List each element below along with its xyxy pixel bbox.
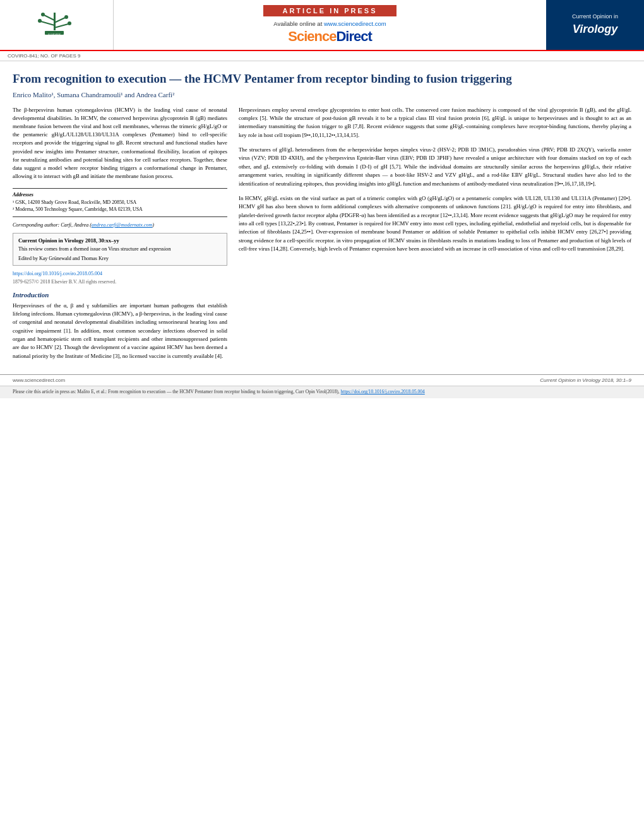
article-in-press-banner: ARTICLE IN PRESS <box>263 5 396 16</box>
info-box-review: This review comes from a themed issue on… <box>18 246 222 252</box>
page-header: ELSEVIER ARTICLE IN PRESS Available onli… <box>0 0 644 51</box>
page-footer: www.sciencedirect.com Current Opinion in… <box>0 374 644 386</box>
svg-point-5 <box>41 13 45 16</box>
right-column: Herpesviruses employ several envelope gl… <box>239 106 631 366</box>
available-online-text: Available online at www.sciencedirect.co… <box>273 20 386 27</box>
svg-point-7 <box>38 19 42 23</box>
intro-para1: Herpesviruses of the α, β and γ subfamil… <box>13 302 227 361</box>
header-center: ARTICLE IN PRESS Available online at www… <box>114 0 546 50</box>
intro-heading: Introduction <box>13 291 227 299</box>
doi-line[interactable]: https://doi.org/10.1016/j.coviro.2018.05… <box>13 271 227 276</box>
footer-journal-citation: Current Opinion in Virology 2018, 30:1–9 <box>540 377 631 383</box>
info-box: Current Opinion in Virology 2018, 30:xx–… <box>13 233 227 265</box>
corresponding-email-link[interactable]: andrea.carfi@modernatx.com <box>92 222 152 228</box>
address-2: ² Moderna, 500 Technology Square, Cambri… <box>13 206 227 213</box>
sciencedirect-logo: ScienceDirect <box>288 28 372 45</box>
svg-line-3 <box>41 21 54 25</box>
citation-doi-link[interactable]: https://doi.org/10.1016/j.coviro.2018.05… <box>341 389 425 394</box>
article-authors: Enrico Malito¹, Sumana Chandramouli¹ and… <box>13 91 631 98</box>
journal-logo-area: Current Opinion in Virology <box>546 0 644 50</box>
abstract-text: The β-herpesvirus human cytomegalovirus … <box>13 106 227 181</box>
main-content: From recognition to execution — the HCMV… <box>0 61 644 365</box>
right-para-3: In HCMV, gH/gL exists on the viral surfa… <box>239 194 631 254</box>
citation-bar: Please cite this article in press as: Ma… <box>0 386 644 398</box>
article-title: From recognition to execution — the HCMV… <box>13 68 631 87</box>
copyright-line: 1879-6257/© 2018 Elsevier B.V. All right… <box>13 279 227 285</box>
info-box-journal: Current Opinion in Virology 2018, 30:xx–… <box>18 237 222 244</box>
elsevier-logo: ELSEVIER <box>22 8 92 42</box>
corresponding-author: Corresponding author: Carfi, Andrea (and… <box>13 222 227 228</box>
svg-line-2 <box>54 18 65 23</box>
svg-point-8 <box>68 21 71 25</box>
left-column: The β-herpesvirus human cytomegalovirus … <box>13 106 227 366</box>
svg-line-1 <box>44 15 54 20</box>
address-1: ¹ GSK, 14200 Shady Grove Road, Rockville… <box>13 199 227 206</box>
journal-title: Virology <box>573 23 617 37</box>
elsevier-logo-area: ELSEVIER <box>0 0 114 50</box>
two-column-layout: The β-herpesvirus human cytomegalovirus … <box>13 106 631 366</box>
doi-link[interactable]: https://doi.org/10.1016/j.coviro.2018.05… <box>13 271 102 276</box>
svg-point-6 <box>64 15 68 19</box>
doc-id-line: COVIRO-841; NO. OF PAGES 9 <box>0 51 644 61</box>
journal-label: Current Opinion in <box>572 13 618 21</box>
sciencedirect-url[interactable]: www.sciencedirect.com <box>324 20 386 27</box>
addresses-box: Addresses ¹ GSK, 14200 Shady Grove Road,… <box>13 188 227 217</box>
addresses-title: Addresses <box>13 192 227 198</box>
right-para-1: Herpesviruses employ several envelope gl… <box>239 106 631 139</box>
editors-line: Edited by Kay Grünewald and Thomas Krey <box>18 256 222 261</box>
elsevier-tree-svg: ELSEVIER <box>22 8 92 42</box>
right-para-2: The structures of gH/gL heterodimers fro… <box>239 146 631 188</box>
citation-text: Please cite this article in press as: Ma… <box>13 389 340 394</box>
svg-text:ELSEVIER: ELSEVIER <box>48 33 61 36</box>
svg-line-4 <box>54 24 68 28</box>
footer-url: www.sciencedirect.com <box>13 377 65 383</box>
